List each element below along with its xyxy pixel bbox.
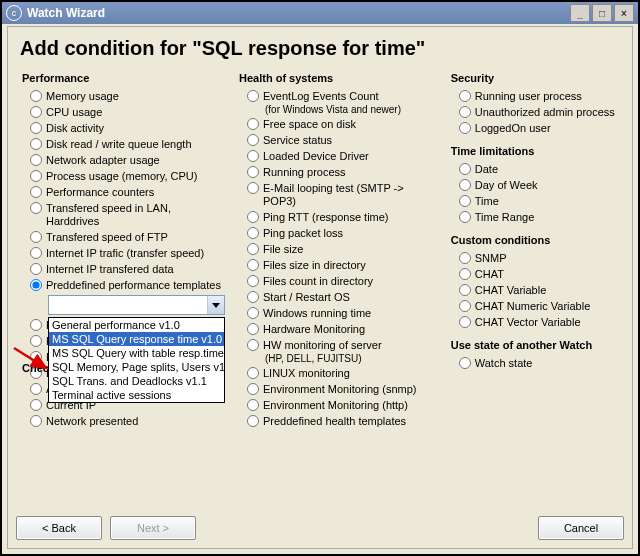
opt-start-restart-os[interactable]: Start / Restart OS	[247, 291, 437, 304]
group-usewatch-title: Use state of another Watch	[451, 339, 620, 351]
next-button[interactable]: Next >	[110, 516, 196, 540]
column-right: Security Running user process Unauthoriz…	[443, 72, 626, 431]
opt-env-snmp[interactable]: Environment Monitoring (snmp)	[247, 383, 437, 396]
titlebar: c Watch Wizard _ □ ×	[2, 2, 638, 24]
group-performance-title: Performance	[22, 72, 225, 84]
column-health: Health of systems EventLog Events Count …	[231, 72, 443, 431]
footer: < Back Next > Cancel	[16, 516, 624, 540]
window: c Watch Wizard _ □ × Add condition for "…	[0, 0, 640, 556]
opt-ping-rtt[interactable]: Ping RTT (response time)	[247, 211, 437, 224]
templates-dropdown-list: General performance v1.0 MS SQL Query re…	[48, 317, 225, 403]
templates-combo[interactable]	[48, 295, 225, 315]
opt-chat-var[interactable]: CHAT Variable	[459, 284, 620, 297]
opt-disk-rw-queue[interactable]: Disk read / write queue length	[30, 138, 225, 151]
opt-eventlog-count[interactable]: EventLog Events Count	[247, 90, 437, 103]
opt-ftp-speed[interactable]: Transfered speed of FTP	[30, 231, 225, 244]
app-icon: c	[6, 5, 22, 21]
content-panel: Add condition for "SQL response for time…	[7, 26, 633, 549]
minimize-button[interactable]: _	[570, 4, 590, 22]
opt-network-adapter[interactable]: Network adapter usage	[30, 154, 225, 167]
column-performance: Performance Memory usage CPU usage Disk …	[14, 72, 231, 431]
opt-watch-state[interactable]: Watch state	[459, 357, 620, 370]
svg-line-0	[14, 348, 46, 368]
opt-network-presented[interactable]: Network presented	[30, 415, 225, 428]
opt-ip-trafic[interactable]: Internet IP trafic (transfer speed)	[30, 247, 225, 260]
opt-cpu-usage[interactable]: CPU usage	[30, 106, 225, 119]
opt-chat-num-var[interactable]: CHAT Numeric Variable	[459, 300, 620, 313]
annotation-arrow-icon	[12, 346, 52, 376]
opt-preddefined-templates[interactable]: Preddefined performance templates	[30, 279, 225, 292]
eventlog-sub: (for Windows Vista and newer)	[265, 104, 437, 115]
opt-service-status[interactable]: Service status	[247, 134, 437, 147]
opt-running-process[interactable]: Running process	[247, 166, 437, 179]
opt-files-in-dir[interactable]: Files size in directory	[247, 259, 437, 272]
opt-hw-monitoring[interactable]: Hardware Monitoring	[247, 323, 437, 336]
ditem-general[interactable]: General performance v1.0	[49, 318, 224, 332]
ditem-sql-memory[interactable]: SQL Memory, Page splits, Users v1.1	[49, 360, 224, 374]
opt-tl-range[interactable]: Time Range	[459, 211, 620, 224]
opt-env-http[interactable]: Environment Monitoring (http)	[247, 399, 437, 412]
opt-files-count[interactable]: Files count in directory	[247, 275, 437, 288]
opt-tl-date[interactable]: Date	[459, 163, 620, 176]
hw-server-sub: (HP, DELL, FUJITSU)	[265, 353, 437, 364]
opt-chat[interactable]: CHAT	[459, 268, 620, 281]
ditem-sql-trans[interactable]: SQL Trans. and Deadlocks v1.1	[49, 374, 224, 388]
opt-tl-time[interactable]: Time	[459, 195, 620, 208]
opt-linux-monitoring[interactable]: LINUX monitoring	[247, 367, 437, 380]
opt-free-space[interactable]: Free space on disk	[247, 118, 437, 131]
maximize-button[interactable]: □	[592, 4, 612, 22]
opt-ip-transfered[interactable]: Internet IP transfered data	[30, 263, 225, 276]
opt-snmp[interactable]: SNMP	[459, 252, 620, 265]
opt-chat-vec-var[interactable]: CHAT Vector Variable	[459, 316, 620, 329]
opt-process-usage[interactable]: Process usage (memory, CPU)	[30, 170, 225, 183]
opt-email-looping[interactable]: E-Mail looping test (SMTP -> POP3)	[247, 182, 437, 208]
opt-unauth-admin-proc[interactable]: Unauthorized admin process	[459, 106, 620, 119]
chevron-down-icon[interactable]	[207, 296, 224, 314]
window-title: Watch Wizard	[27, 6, 570, 20]
opt-running-user-proc[interactable]: Running user process	[459, 90, 620, 103]
opt-health-templates[interactable]: Preddefined health templates	[247, 415, 437, 428]
opt-loggedon-user[interactable]: LoggedOn user	[459, 122, 620, 135]
ditem-mssql-table-resp[interactable]: MS SQL Query with table resp.time v1.0	[49, 346, 224, 360]
back-button[interactable]: < Back	[16, 516, 102, 540]
page-title: Add condition for "SQL response for time…	[20, 37, 622, 60]
group-custom-title: Custom conditions	[451, 234, 620, 246]
opt-lan-speed[interactable]: Transfered speed in LAN, Harddrives	[30, 202, 225, 228]
cancel-button[interactable]: Cancel	[538, 516, 624, 540]
opt-win-running-time[interactable]: Windows running time	[247, 307, 437, 320]
opt-hw-server-monitoring[interactable]: HW monitoring of server	[247, 339, 437, 352]
opt-file-size[interactable]: File size	[247, 243, 437, 256]
opt-ping-loss[interactable]: Ping packet loss	[247, 227, 437, 240]
opt-loaded-driver[interactable]: Loaded Device Driver	[247, 150, 437, 163]
ditem-mssql-response[interactable]: MS SQL Query response time v1.0	[49, 332, 224, 346]
opt-tl-dow[interactable]: Day of Week	[459, 179, 620, 192]
opt-memory-usage[interactable]: Memory usage	[30, 90, 225, 103]
opt-perf-counters[interactable]: Performance counters	[30, 186, 225, 199]
group-time-title: Time limitations	[451, 145, 620, 157]
group-security-title: Security	[451, 72, 620, 84]
close-button[interactable]: ×	[614, 4, 634, 22]
ditem-terminal-sessions[interactable]: Terminal active sessions	[49, 388, 224, 402]
group-health-title: Health of systems	[239, 72, 437, 84]
opt-disk-activity[interactable]: Disk activity	[30, 122, 225, 135]
